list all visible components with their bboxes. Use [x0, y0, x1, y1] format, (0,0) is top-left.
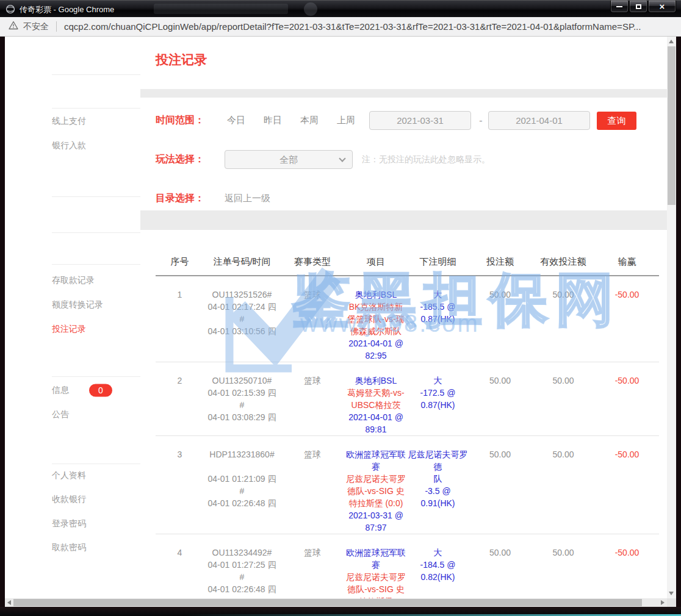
- cell-bet: 50.00: [469, 534, 531, 599]
- bet-records-table: 序号 注单号码/时间 赛事类型 项目 下注明细 投注额 有效投注额 输赢 1: [156, 248, 659, 598]
- quick-range-yesterday[interactable]: 昨日: [262, 115, 283, 126]
- minimize-icon: [616, 6, 622, 7]
- col-header-no: 序号: [156, 248, 204, 276]
- play-type-select[interactable]: 全部: [225, 150, 353, 169]
- cell-sport: 篮球: [280, 362, 345, 436]
- horizontal-scrollbar[interactable]: [5, 598, 667, 607]
- quick-range-today[interactable]: 今日: [226, 115, 247, 126]
- sidebar: 会员中心首页 存款 线上支付 银行入款 取款: [5, 37, 140, 598]
- cell-detail: 大-172.5 @0.87(HK): [407, 362, 469, 436]
- page-content: 会员中心首页 存款 线上支付 银行入款 取款: [5, 37, 676, 607]
- cell-no: 2: [156, 362, 204, 436]
- close-button[interactable]: ×: [648, 1, 676, 13]
- table-row: 2 OU113250710#04-01 02:15:39 四 #04-01 03…: [156, 362, 659, 436]
- cell-bet: 50.00: [469, 362, 531, 436]
- address-bar[interactable]: 不安全 cqcp2.com/chuanQiCPLoginWeb/app/repo…: [0, 17, 681, 37]
- time-range-label: 时间范围：: [156, 111, 223, 130]
- divider: [52, 196, 140, 197]
- background-window-ghost: [154, 4, 288, 14]
- date-range-dash: -: [475, 111, 487, 130]
- divider: [52, 108, 140, 109]
- cell-event: 奥地利BSL 葛姆登天鹅-vs-UBSC格拉茨 2021-04-01 @ 89:…: [345, 362, 407, 436]
- maximize-button[interactable]: [629, 1, 647, 13]
- cell-sport: 篮球: [280, 534, 345, 599]
- table-row: 1 OU113251526#04-01 02:17:24 四 #04-01 03…: [156, 276, 659, 362]
- quick-range-last-week[interactable]: 上周: [336, 115, 356, 126]
- scroll-up-arrow-icon[interactable]: [669, 40, 674, 43]
- page-url: cqcp2.com/chuanQiCPLoginWeb/app/reportDe…: [64, 21, 672, 32]
- col-header-event: 项目: [345, 248, 407, 276]
- divider: [52, 74, 140, 75]
- date-from-input[interactable]: 2021-03-31: [369, 111, 471, 130]
- cell-no: 4: [156, 534, 204, 599]
- minimize-button[interactable]: [610, 1, 629, 13]
- date-to-input[interactable]: 2021-04-01: [488, 111, 590, 130]
- table-header-row: 序号 注单号码/时间 赛事类型 项目 下注明细 投注额 有效投注额 输赢: [156, 248, 659, 276]
- divider: [52, 232, 140, 233]
- browser-window: 传奇彩票 - Google Chrome × 不安全 cqcp2.com/chu…: [0, 0, 681, 616]
- divider: [52, 464, 140, 464]
- titlebar: 传奇彩票 - Google Chrome ×: [0, 0, 681, 17]
- cell-sport: 篮球: [280, 436, 345, 534]
- col-header-win-loss: 输赢: [595, 248, 659, 276]
- play-type-value: 全部: [225, 151, 352, 168]
- site-favicon-icon: [5, 4, 15, 16]
- directory-label: 目录选择：: [156, 189, 223, 208]
- section-separator: [140, 89, 667, 98]
- cell-bet: 50.00: [469, 276, 531, 362]
- scroll-down-arrow-icon[interactable]: [669, 592, 674, 595]
- quick-range-links: 今日 昨日 本周 上周: [226, 111, 372, 130]
- play-type-label: 玩法选择：: [156, 150, 223, 169]
- cell-win: -50.00: [595, 436, 659, 534]
- horizontal-scrollbar-thumb[interactable]: [13, 599, 642, 606]
- cell-win: -50.00: [595, 276, 659, 362]
- window-frame-bottom: [0, 607, 681, 616]
- cell-valid: 50.00: [531, 276, 595, 362]
- cell-detail: 大-185.5 @0.87(HK): [407, 276, 469, 362]
- col-header-detail: 下注明细: [407, 248, 469, 276]
- cell-win: -50.00: [595, 534, 659, 599]
- security-label: 不安全: [23, 21, 49, 32]
- play-type-note: 注：无投注的玩法此处忽略显示。: [362, 150, 490, 169]
- scrollbar-corner: [667, 598, 676, 607]
- search-button[interactable]: 查询: [597, 112, 636, 130]
- scroll-left-arrow-icon[interactable]: [7, 600, 11, 605]
- cell-sport: 篮球: [280, 276, 345, 362]
- quick-range-this-week[interactable]: 本周: [299, 115, 320, 126]
- main-content: 投注记录 时间范围： 今日 昨日 本周 上周 2021-03-31 - 2021…: [140, 37, 667, 598]
- cell-detail: 尼兹尼诺夫哥罗德队-3.5 @ 0.91(HK): [407, 436, 469, 534]
- col-header-valid-amount: 有效投注额: [531, 248, 595, 276]
- vertical-scrollbar-thumb[interactable]: [668, 46, 676, 205]
- cell-ticket: OU113251526#04-01 02:17:24 四 #04-01 03:1…: [204, 276, 280, 362]
- background-window-ghost: [304, 2, 317, 16]
- cell-ticket: OU113250710#04-01 02:15:39 四 #04-01 03:0…: [204, 362, 280, 436]
- back-up-level-link[interactable]: 返回上一级: [225, 189, 270, 207]
- cell-bet: 50.00: [469, 436, 531, 534]
- cell-valid: 50.00: [531, 362, 595, 436]
- not-secure-warning-icon: [9, 21, 18, 32]
- maximize-icon: [636, 4, 641, 9]
- divider: [52, 264, 140, 265]
- col-header-bet-amount: 投注额: [469, 248, 531, 276]
- close-icon: ×: [660, 2, 665, 11]
- url-separator: [56, 21, 57, 32]
- message-count-badge: 0: [89, 384, 112, 397]
- window-title: 传奇彩票 - Google Chrome: [20, 4, 114, 15]
- scroll-right-arrow-icon[interactable]: [661, 600, 665, 605]
- cell-no: 3: [156, 436, 204, 534]
- vertical-scrollbar[interactable]: [667, 37, 676, 598]
- cell-valid: 50.00: [531, 436, 595, 534]
- cell-event: 欧洲篮球冠军联赛 尼兹尼诺夫哥罗德队-vs-SIG 史特拉斯堡 (0:0) 20…: [345, 436, 407, 534]
- window-controls: ×: [610, 1, 676, 13]
- divider: [52, 376, 140, 377]
- section-separator: [140, 210, 667, 230]
- col-header-sport: 赛事类型: [280, 248, 345, 276]
- cell-ticket: OU113234492#04-01 01:27:25 四 #04-01 02:2…: [204, 534, 280, 599]
- col-header-ticket: 注单号码/时间: [204, 248, 280, 276]
- cell-valid: 50.00: [531, 534, 595, 599]
- cell-no: 1: [156, 276, 204, 362]
- cell-win: -50.00: [595, 362, 659, 436]
- page-title: 投注记录: [156, 51, 207, 68]
- cell-ticket: HDP113231860# 04-01 01:21:09 四# 04-01 02…: [204, 436, 280, 534]
- table-row: 4 OU113234492#04-01 01:27:25 四 #04-01 02…: [156, 534, 659, 599]
